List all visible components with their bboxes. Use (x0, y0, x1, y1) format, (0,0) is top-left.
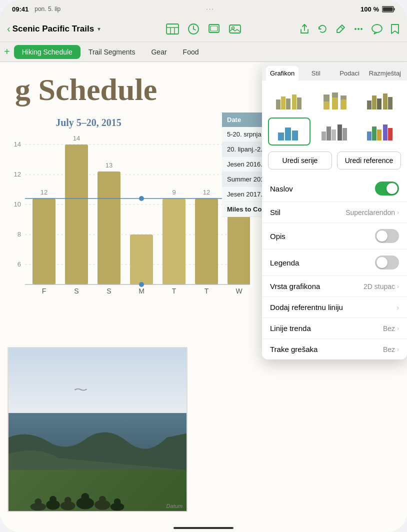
svg-text:T: T (172, 287, 176, 295)
svg-rect-72 (332, 92, 338, 98)
layers-icon[interactable] (208, 24, 220, 34)
setting-stil[interactable]: Stil Superclarendon › (262, 202, 407, 223)
setting-trend-value: Bez › (383, 324, 399, 332)
status-date: pon. 5. lip (34, 6, 60, 12)
svg-rect-30 (65, 144, 88, 284)
photo-icon[interactable] (229, 24, 241, 34)
chevron-right-icon4: › (397, 325, 399, 332)
menu-icon[interactable] (353, 24, 364, 34)
svg-point-59 (50, 496, 56, 503)
svg-rect-85 (332, 130, 336, 140)
tab-trail-segments[interactable]: Trail Segments (80, 45, 144, 59)
photo-area: 〜 Datum (8, 347, 188, 512)
edit-series-button[interactable]: Uredi serije (268, 152, 332, 170)
svg-text:14: 14 (14, 140, 21, 148)
chart-type-single-color[interactable] (268, 118, 310, 146)
svg-point-63 (114, 498, 121, 506)
panel-tab-grafikon[interactable]: Grafikon (266, 66, 298, 80)
chart-type-multicolor[interactable] (358, 118, 401, 146)
setting-referentna[interactable]: Dodaj referentnu liniju › (262, 297, 407, 318)
refresh-icon[interactable] (317, 24, 328, 34)
setting-naslov: Naslov (262, 176, 407, 202)
chart-type-grid (262, 80, 407, 152)
svg-rect-82 (292, 130, 298, 140)
bookmark-icon[interactable] (390, 24, 400, 34)
svg-rect-87 (342, 128, 347, 140)
svg-rect-74 (340, 96, 346, 100)
chevron-right-icon3: › (396, 304, 399, 312)
svg-rect-71 (332, 98, 338, 110)
svg-rect-3 (166, 24, 178, 34)
brush-icon[interactable] (335, 24, 346, 34)
svg-text:W: W (236, 287, 242, 295)
photo-sky (8, 348, 186, 413)
svg-rect-80 (278, 132, 284, 140)
chart-type-stacked-bar[interactable] (314, 86, 356, 114)
chart-type-grouped-bar[interactable] (268, 86, 310, 114)
share-icon[interactable] (299, 24, 310, 34)
toolbar: ‹ Scenic Pacific Trails ▾ (0, 16, 407, 42)
add-tab-button[interactable]: + (4, 46, 10, 58)
tab-hiking-schedule[interactable]: Hiking Schedule (14, 45, 80, 59)
svg-rect-12 (230, 25, 240, 33)
toggle-opis[interactable] (375, 229, 399, 243)
back-button[interactable]: ‹ (7, 23, 10, 34)
table-icon[interactable] (166, 24, 179, 34)
svg-rect-68 (297, 98, 302, 110)
svg-rect-84 (326, 126, 331, 140)
svg-rect-78 (383, 94, 388, 110)
svg-rect-35 (162, 198, 186, 284)
chart-type-dark-grouped[interactable] (358, 86, 401, 114)
svg-text:12: 12 (40, 188, 48, 196)
svg-rect-66 (286, 98, 290, 110)
photo-caption: Datum (166, 503, 182, 509)
svg-point-51 (139, 282, 144, 287)
setting-legenda-label: Legenda (270, 258, 299, 267)
panel-tab-podaci[interactable]: Podaci (333, 66, 366, 80)
panel-tab-stil[interactable]: Stil (300, 66, 332, 80)
svg-point-15 (358, 28, 360, 30)
svg-text:8: 8 (18, 230, 21, 238)
title-chevron-icon[interactable]: ▾ (98, 26, 100, 32)
bar-chart[interactable]: 14 12 10 8 6 12 14 13 9 (5, 134, 250, 310)
svg-text:S: S (106, 287, 111, 295)
document-heading: g Schedule (15, 72, 157, 108)
setting-greske[interactable]: Trake grešaka Bez › (262, 339, 407, 360)
setting-opis-label: Opis (270, 232, 286, 240)
svg-rect-34 (130, 234, 153, 284)
panel-tabs: Grafikon Stil Podaci Razmještaj (262, 62, 407, 80)
panel-action-buttons: Uredi serije Uredi reference (262, 152, 407, 176)
battery-icon (382, 6, 395, 12)
svg-rect-83 (322, 132, 326, 140)
svg-rect-79 (388, 97, 392, 110)
svg-rect-77 (377, 98, 382, 110)
chart-type-grayscale[interactable] (314, 118, 356, 146)
setting-vrsta[interactable]: Vrsta grafikona 2D stupac › (262, 276, 407, 297)
toggle-naslov[interactable] (375, 182, 399, 196)
main-content: g Schedule July 5–20, 2015 14 12 10 8 6 (0, 62, 407, 532)
setting-greske-label: Trake grešaka (270, 345, 318, 354)
panel-tab-razmjestaj[interactable]: Razmještaj (367, 66, 403, 80)
chevron-right-icon2: › (397, 283, 399, 290)
clock-icon[interactable] (188, 24, 199, 34)
tab-gear[interactable]: Gear (143, 45, 174, 59)
tab-food[interactable]: Food (175, 45, 207, 59)
setting-referentna-label: Dodaj referentnu liniju (270, 303, 343, 312)
toggle-legenda[interactable] (375, 256, 399, 270)
comment-icon[interactable] (371, 24, 383, 34)
toggle-opis-knob (376, 230, 388, 242)
setting-trend-label: Linije trenda (270, 324, 311, 332)
svg-text:10: 10 (14, 200, 21, 208)
setting-trend[interactable]: Linije trenda Bez › (262, 318, 407, 339)
edit-reference-button[interactable]: Uredi reference (337, 152, 401, 170)
svg-rect-86 (338, 124, 342, 140)
setting-vrsta-label: Vrsta grafikona (270, 282, 320, 290)
setting-opis: Opis (262, 223, 407, 250)
dots-indicator: ··· (206, 6, 215, 12)
chevron-right-icon5: › (397, 346, 399, 353)
svg-point-62 (99, 496, 106, 503)
svg-rect-91 (383, 124, 388, 140)
setting-greske-value: Bez › (383, 346, 399, 354)
status-right: 100 % (360, 6, 395, 13)
svg-text:T: T (204, 287, 209, 295)
